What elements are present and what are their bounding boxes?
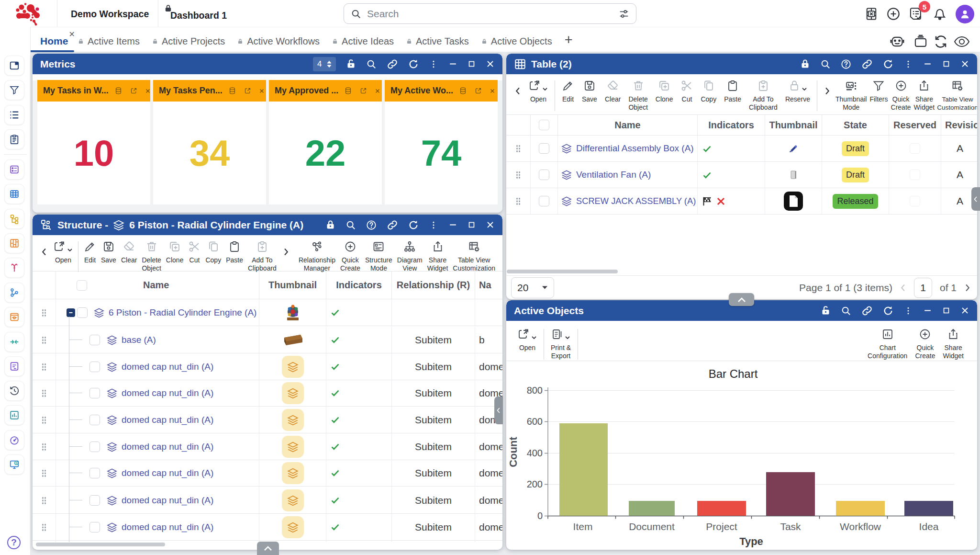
svg-text:600: 600 xyxy=(527,416,543,427)
svg-text:0: 0 xyxy=(537,510,543,521)
svg-text:800: 800 xyxy=(527,385,543,396)
svg-text:Count: Count xyxy=(507,437,519,467)
svg-text:Idea: Idea xyxy=(919,521,939,532)
svg-text:Item: Item xyxy=(573,521,593,532)
svg-text:200: 200 xyxy=(527,479,543,489)
svg-text:Document: Document xyxy=(629,521,675,532)
svg-text:Type: Type xyxy=(739,535,763,547)
svg-text:Workflow: Workflow xyxy=(840,521,881,532)
svg-text:Bar Chart: Bar Chart xyxy=(709,367,758,380)
svg-text:Task: Task xyxy=(780,521,801,532)
svg-text:Project: Project xyxy=(706,521,737,532)
svg-text:400: 400 xyxy=(527,448,543,458)
